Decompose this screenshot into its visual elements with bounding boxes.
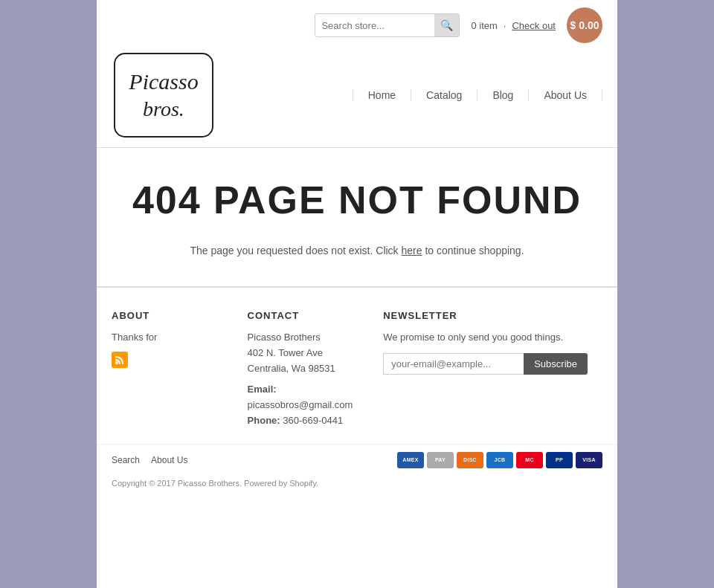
payment-visa: VISA (576, 452, 602, 468)
newsletter-email-input[interactable] (383, 353, 524, 375)
svg-text:Picasso: Picasso (128, 69, 198, 94)
subscribe-button[interactable]: Subscribe (524, 353, 588, 375)
rss-icon[interactable] (112, 352, 128, 368)
svg-rect-0 (115, 54, 213, 137)
payment-mastercard: MC (516, 452, 543, 468)
footer-about-title: ABOUT (112, 310, 233, 321)
page-wrapper: 🔍 0 item · Check out $ 0.00 Picasso bros… (97, 0, 617, 588)
search-form[interactable]: 🔍 (315, 13, 460, 37)
contact-name: Picasso Brothers (248, 332, 321, 343)
footer-links: Search About Us (112, 455, 187, 465)
site-logo: Picasso bros. (112, 51, 216, 140)
contact-phone: 360-669-0441 (283, 415, 343, 426)
footer-about-text: Thanks for (112, 330, 233, 346)
contact-address1: 402 N. Tower Ave (248, 347, 323, 358)
contact-address2: Centralia, Wa 98531 (248, 363, 335, 374)
nav-item-home[interactable]: Home (353, 89, 411, 101)
continue-shopping-link[interactable]: here (402, 245, 422, 256)
contact-email[interactable]: picassobros@gmail.com (248, 399, 353, 410)
cart-separator: · (504, 20, 506, 31)
phone-label: Phone: (248, 415, 280, 426)
footer-newsletter-col: NEWSLETTER We promise to only send you g… (383, 310, 602, 429)
cart-amount-badge[interactable]: $ 0.00 (567, 7, 602, 43)
newsletter-msg: We promise to only send you good things. (383, 330, 588, 346)
nav-item-catalog[interactable]: Catalog (411, 89, 477, 101)
cart-checkout-link[interactable]: Check out (512, 20, 556, 31)
search-button[interactable]: 🔍 (434, 14, 459, 36)
main-content: 404 PAGE NOT FOUND The page you requeste… (97, 148, 617, 287)
payment-paypal: PP (546, 452, 573, 468)
logo-area: Picasso bros. (112, 51, 216, 140)
footer: ABOUT Thanks for CONTACT Picasso Brother… (97, 288, 617, 444)
svg-text:bros.: bros. (143, 97, 184, 120)
email-label: Email: (248, 384, 277, 395)
search-input[interactable] (315, 17, 434, 34)
footer-newsletter-title: NEWSLETTER (383, 310, 588, 321)
svg-point-3 (115, 361, 118, 364)
cart-area: 0 item · Check out (471, 20, 556, 31)
footer-link-search[interactable]: Search (112, 455, 140, 465)
footer-link-about[interactable]: About Us (151, 455, 187, 465)
footer-contact-title: CONTACT (248, 310, 369, 321)
footer-bottom: Search About Us AMEX PAY DISC JCB MC PP … (97, 444, 617, 476)
newsletter-form: Subscribe (383, 353, 588, 375)
footer-about-col: ABOUT Thanks for (112, 310, 248, 429)
main-nav: Home Catalog Blog About Us (353, 89, 602, 101)
payment-discover: DISC (457, 452, 483, 468)
nav-item-about[interactable]: About Us (529, 89, 602, 101)
logo-nav-bar: Picasso bros. Home Catalog Blog About Us (97, 43, 617, 148)
payment-amex: AMEX (397, 452, 424, 468)
payment-jcb: JCB (486, 452, 513, 468)
nav-item-blog[interactable]: Blog (477, 89, 529, 101)
not-found-message: The page you requested does not exist. C… (112, 245, 602, 256)
not-found-title: 404 PAGE NOT FOUND (112, 178, 602, 222)
payment-icons: AMEX PAY DISC JCB MC PP VISA (397, 452, 602, 468)
payment-generic1: PAY (427, 452, 454, 468)
header-topbar: 🔍 0 item · Check out $ 0.00 (97, 0, 617, 43)
copyright-text: Copyright © 2017 Picasso Brothers. Power… (97, 479, 617, 495)
cart-item-count: 0 item (471, 20, 497, 31)
footer-contact-col: CONTACT Picasso Brothers 402 N. Tower Av… (248, 310, 384, 429)
